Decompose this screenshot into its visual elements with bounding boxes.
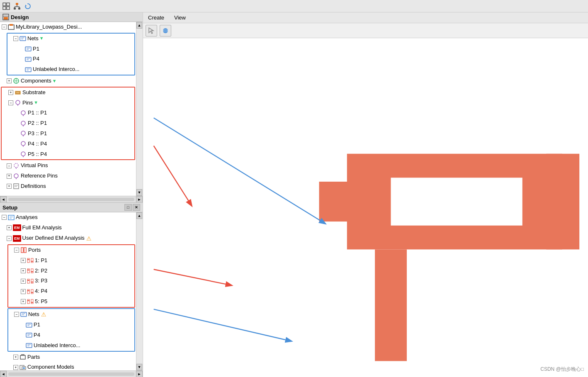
setup-scroll-down[interactable]: ▼ xyxy=(136,364,142,370)
setup-horiz-scroll[interactable]: ◄ ► xyxy=(0,370,143,377)
tree-item-pin-p2p1[interactable]: P2 :: P1 xyxy=(2,118,134,129)
tree-item-port2[interactable]: + 2: P2 xyxy=(8,266,134,276)
expand-port5[interactable]: + xyxy=(21,299,26,304)
tree-item-nets[interactable]: − Nets ▼ xyxy=(7,34,134,44)
tree-item-pin-p5p4[interactable]: P5 :: P4 xyxy=(2,149,134,160)
tree-item-net-unlabeled[interactable]: Unlabeled Interco... xyxy=(7,64,134,75)
menu-create[interactable]: Create xyxy=(146,14,166,22)
cursor-tool-btn[interactable] xyxy=(146,25,157,36)
expand-port1[interactable]: + xyxy=(21,258,26,263)
nets-icon xyxy=(19,36,26,41)
svg-rect-67 xyxy=(27,279,29,283)
tree-item-port1[interactable]: + 1: P1 xyxy=(8,255,134,266)
svg-rect-50 xyxy=(14,184,19,189)
tree-item-port5[interactable]: + 5: P5 xyxy=(8,297,134,307)
blue-arrow-2 xyxy=(154,309,292,341)
em-user-badge: EM xyxy=(13,235,21,242)
scroll-right-btn[interactable]: ► xyxy=(136,196,143,203)
setup-tree[interactable]: − Analyses + EM Full EM Analysis xyxy=(0,212,136,370)
tree-item-net-p1[interactable]: P1 xyxy=(7,44,134,54)
svg-rect-0 xyxy=(3,3,6,6)
expand-ports[interactable]: − xyxy=(14,248,19,253)
expand-port4[interactable]: + xyxy=(21,289,26,294)
expand-nets[interactable]: − xyxy=(13,36,18,41)
components-label: Components xyxy=(21,77,51,85)
svg-marker-11 xyxy=(25,5,27,6)
port3-icon xyxy=(27,278,34,285)
tree-item-analyses-root[interactable]: − Analyses xyxy=(0,212,136,223)
substrate-label: Substrate xyxy=(22,88,46,97)
design-horiz-scroll[interactable]: ◄ ► xyxy=(0,196,143,202)
expand-design-root[interactable]: − xyxy=(2,24,7,29)
expand-reference-pins[interactable]: + xyxy=(7,174,12,179)
refresh-icon[interactable] xyxy=(23,2,32,11)
expand-port3[interactable]: + xyxy=(21,279,26,284)
menu-view[interactable]: View xyxy=(173,14,187,22)
tree-item-comp-models[interactable]: + Component Models xyxy=(0,362,136,370)
design-tree[interactable]: − MyLibrary_Lowpass_Desi... − xyxy=(0,22,136,196)
setup-close-btn[interactable]: ✕ xyxy=(133,204,140,211)
h-scroll-track[interactable] xyxy=(8,198,134,201)
setup-restore-btn[interactable]: □ xyxy=(124,204,132,211)
tree-item-virtual-pins[interactable]: − Virtual Pins xyxy=(0,161,136,171)
expand-setup-nets[interactable]: − xyxy=(14,312,19,317)
expand-virtual-pins[interactable]: − xyxy=(7,163,12,168)
cursor-icon xyxy=(148,27,155,34)
expand-port2[interactable]: + xyxy=(21,268,26,273)
tree-item-pin-p1p1[interactable]: P1 :: P1 xyxy=(2,108,134,118)
expand-full-em[interactable]: + xyxy=(7,225,12,230)
tree-item-ports[interactable]: − Ports xyxy=(8,245,134,255)
tree-item-design-root[interactable]: − MyLibrary_Lowpass_Desi... xyxy=(0,22,136,32)
tree-item-pin-p4p4[interactable]: P4 :: P4 xyxy=(2,139,134,149)
red-arrow-1 xyxy=(154,146,192,206)
tree-item-setup-net-p1[interactable]: P1 xyxy=(8,320,134,330)
em-full-badge: EM xyxy=(13,224,21,231)
setup-tree-scrollbar[interactable]: ▲ ▼ xyxy=(136,212,143,370)
net-unlabeled-icon xyxy=(25,67,32,72)
tree-item-setup-nets[interactable]: − Nets ⚠ xyxy=(8,309,134,320)
canvas-drawing-area[interactable]: CSDN @怡步晚心□ xyxy=(143,38,588,377)
expand-analyses[interactable]: − xyxy=(2,215,7,220)
port2-icon xyxy=(27,268,34,274)
tree-item-port4[interactable]: + 4: P4 xyxy=(8,286,134,297)
setup-scroll-left[interactable]: ◄ xyxy=(0,371,7,377)
tree-item-user-em[interactable]: − EM User Defined EM Analysis ⚠ xyxy=(0,233,136,244)
design-tree-scrollbar[interactable]: ▲ ▼ xyxy=(136,22,143,196)
expand-substrate[interactable]: + xyxy=(8,90,13,95)
setup-h-track[interactable] xyxy=(8,372,134,376)
setup-scroll-right[interactable]: ► xyxy=(136,371,143,377)
tree-item-setup-net-unlabeled[interactable]: Unlabeled Interco... xyxy=(8,341,134,351)
tree-item-setup-net-p4[interactable]: P4 xyxy=(8,330,134,341)
svg-point-42 xyxy=(21,141,25,146)
sphere-tool-btn[interactable] xyxy=(160,25,171,36)
tree-item-components[interactable]: + Components ▼ xyxy=(0,76,136,86)
expand-pins[interactable]: − xyxy=(8,100,13,105)
expand-components[interactable]: + xyxy=(7,78,12,83)
expand-comp-models[interactable]: + xyxy=(13,365,18,370)
scroll-track[interactable] xyxy=(136,29,143,189)
scroll-left-btn[interactable]: ◄ xyxy=(0,196,7,203)
tree-item-parts[interactable]: + Parts xyxy=(0,352,136,362)
setup-scroll-track[interactable] xyxy=(136,219,143,364)
tree-item-port3[interactable]: + 3: P3 xyxy=(8,276,134,286)
tree-item-net-p4[interactable]: P4 xyxy=(7,54,134,64)
setup-scroll-up[interactable]: ▲ xyxy=(136,212,142,219)
expand-user-em[interactable]: − xyxy=(7,236,12,241)
ref-pins-icon xyxy=(13,173,19,180)
design-pane: Design − MyLibrary_Lowpass_Desi... xyxy=(0,12,143,203)
hierarchy-icon[interactable] xyxy=(12,2,22,11)
scroll-down-btn[interactable]: ▼ xyxy=(136,189,142,196)
tree-item-substrate[interactable]: + Substrate xyxy=(2,88,134,98)
tree-item-full-em[interactable]: + EM Full EM Analysis xyxy=(0,223,136,233)
tree-item-pins[interactable]: − Pins ▼ xyxy=(2,98,134,108)
expand-parts[interactable]: + xyxy=(13,355,18,360)
expand-definitions[interactable]: + xyxy=(7,184,12,189)
tree-item-pin-p3p1[interactable]: P3 :: P1 xyxy=(2,129,134,139)
tree-item-definitions[interactable]: + Definitions xyxy=(0,181,136,192)
scroll-up-btn[interactable]: ▲ xyxy=(136,22,142,29)
setup-nets-icon xyxy=(20,312,27,317)
svg-rect-62 xyxy=(31,261,33,262)
tree-item-reference-pins[interactable]: + Reference Pins xyxy=(0,171,136,181)
grid-icon[interactable] xyxy=(2,2,11,11)
nets-warning-icon: ⚠ xyxy=(41,310,46,319)
